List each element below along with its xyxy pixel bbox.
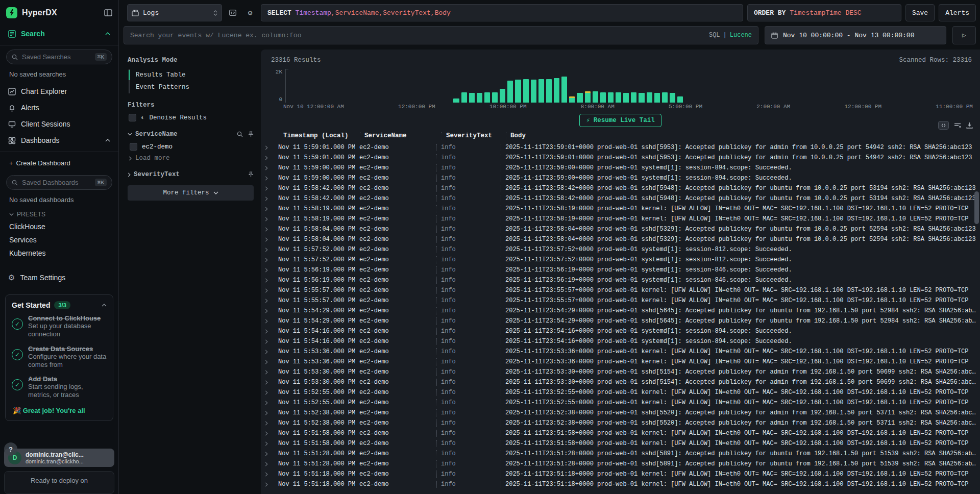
- table-row[interactable]: Nov 11 5:52:55.000 PM ec2-demo info 2025…: [261, 398, 980, 408]
- chevron-up-icon[interactable]: [105, 32, 110, 35]
- table-row[interactable]: Nov 11 5:51:58.000 PM ec2-demo info 2025…: [261, 428, 980, 438]
- col-body[interactable]: Body: [506, 132, 980, 139]
- denoise-checkbox[interactable]: [129, 114, 136, 121]
- table-row[interactable]: Nov 11 5:52:38.000 PM ec2-demo info 2025…: [261, 418, 980, 428]
- col-servicename[interactable]: ServiceName: [360, 132, 442, 139]
- sidebar-item-team-settings[interactable]: ⚙ Team Settings: [5, 269, 113, 286]
- table-row[interactable]: Nov 11 5:51:18.000 PM ec2-demo info 2025…: [261, 479, 980, 489]
- table-row[interactable]: Nov 11 5:59:00.000 PM ec2-demo info 2025…: [261, 163, 980, 173]
- table-row[interactable]: Nov 11 5:53:36.000 PM ec2-demo info 2025…: [261, 347, 980, 357]
- facet-option-ec2-demo[interactable]: ec2-demo: [130, 143, 254, 151]
- histogram-bar[interactable]: [608, 92, 614, 103]
- histogram-bar[interactable]: [577, 93, 582, 103]
- histogram-bar[interactable]: [654, 93, 660, 103]
- preset-services[interactable]: Services: [5, 233, 113, 246]
- histogram-bar[interactable]: [469, 93, 475, 103]
- table-row[interactable]: Nov 11 5:52:38.000 PM ec2-demo info 2025…: [261, 408, 980, 418]
- table-row[interactable]: Nov 11 5:58:19.000 PM ec2-demo info 2025…: [261, 204, 980, 214]
- histogram-bar[interactable]: [477, 93, 482, 103]
- row-expand-chevron[interactable]: [261, 472, 274, 477]
- row-expand-chevron[interactable]: [261, 370, 274, 375]
- histogram-bar[interactable]: [600, 92, 606, 103]
- preset-kubernetes[interactable]: Kubernetes: [5, 246, 113, 260]
- table-row[interactable]: Nov 11 5:58:42.000 PM ec2-demo info 2025…: [261, 193, 980, 204]
- row-expand-chevron[interactable]: [261, 350, 274, 354]
- select-query-input[interactable]: SELECT Timestamp ,ServiceName,SeverityTe…: [261, 4, 743, 21]
- table-row[interactable]: Nov 11 5:59:01.000 PM ec2-demo info 2025…: [261, 142, 980, 153]
- table-row[interactable]: Nov 11 5:57:52.000 PM ec2-demo info 2025…: [261, 244, 980, 255]
- code-toggle-icon[interactable]: [226, 6, 239, 19]
- sidebar-item-search[interactable]: Search: [5, 26, 113, 42]
- histogram-bar[interactable]: [554, 78, 559, 103]
- resume-live-tail-button[interactable]: ⚡ Resume Live Tail: [579, 114, 662, 127]
- column-settings-icon[interactable]: [954, 122, 961, 129]
- row-expand-chevron[interactable]: [261, 390, 274, 395]
- row-expand-chevron[interactable]: [261, 156, 274, 160]
- sidebar-collapse-icon[interactable]: [104, 9, 112, 16]
- table-row[interactable]: Nov 11 5:52:55.000 PM ec2-demo info 2025…: [261, 387, 980, 398]
- histogram-bar[interactable]: [631, 92, 636, 103]
- denoise-results-option[interactable]: ◐ Denoise Results: [129, 114, 254, 121]
- row-expand-chevron[interactable]: [261, 176, 274, 181]
- facet-checkbox[interactable]: [130, 143, 137, 151]
- chevron-up-icon[interactable]: [105, 139, 110, 142]
- table-row[interactable]: Nov 11 5:56:19.000 PM ec2-demo info 2025…: [261, 265, 980, 275]
- pin-icon[interactable]: [248, 171, 254, 178]
- facet-severitytext-header[interactable]: SeverityText: [128, 171, 254, 178]
- expand-code-icon[interactable]: [938, 121, 949, 130]
- row-expand-chevron[interactable]: [261, 411, 274, 415]
- row-expand-chevron[interactable]: [261, 237, 274, 242]
- get-started-item[interactable]: ✓ Connect to ClickHouse Set up your data…: [12, 314, 107, 339]
- table-row[interactable]: Nov 11 5:54:29.000 PM ec2-demo info 2025…: [261, 316, 980, 326]
- row-expand-chevron[interactable]: [261, 360, 274, 364]
- histogram-bar[interactable]: [531, 80, 536, 103]
- table-row[interactable]: Nov 11 5:58:19.000 PM ec2-demo info 2025…: [261, 214, 980, 224]
- histogram-bar[interactable]: [492, 92, 498, 103]
- row-expand-chevron[interactable]: [261, 248, 274, 252]
- mode-results-table[interactable]: Results Table: [130, 69, 254, 81]
- table-row[interactable]: Nov 11 5:59:01.000 PM ec2-demo info 2025…: [261, 153, 980, 163]
- time-range-picker[interactable]: Nov 10 00:00:00 - Nov 13 00:00:00: [765, 26, 946, 44]
- row-expand-chevron[interactable]: [261, 166, 274, 170]
- histogram-bar[interactable]: [453, 98, 459, 103]
- table-row[interactable]: Nov 11 5:55:57.000 PM ec2-demo info 2025…: [261, 295, 980, 306]
- row-expand-chevron[interactable]: [261, 431, 274, 436]
- row-expand-chevron[interactable]: [261, 462, 274, 466]
- chevron-up-icon[interactable]: [102, 304, 107, 307]
- table-row[interactable]: Nov 11 5:56:19.000 PM ec2-demo info 2025…: [261, 275, 980, 285]
- alerts-button[interactable]: Alerts: [939, 4, 976, 21]
- histogram-bar[interactable]: [523, 79, 529, 103]
- row-expand-chevron[interactable]: [261, 339, 274, 344]
- row-expand-chevron[interactable]: [261, 196, 274, 201]
- table-row[interactable]: Nov 11 5:58:04.000 PM ec2-demo info 2025…: [261, 234, 980, 244]
- row-expand-chevron[interactable]: [261, 186, 274, 191]
- table-row[interactable]: Nov 11 5:57:52.000 PM ec2-demo info 2025…: [261, 255, 980, 265]
- order-by-input[interactable]: ORDER BY TimestampTime DESC: [747, 4, 901, 21]
- gear-icon[interactable]: ⚙: [243, 6, 257, 19]
- histogram-bar[interactable]: [507, 81, 513, 103]
- col-timestamp[interactable]: Timestamp (Local): [279, 132, 360, 139]
- histogram-bar[interactable]: [662, 92, 668, 103]
- sql-mode-toggle[interactable]: SQL: [709, 32, 720, 39]
- col-severitytext[interactable]: SeverityText: [442, 132, 506, 139]
- download-icon[interactable]: [966, 122, 973, 129]
- histogram-bar[interactable]: [593, 91, 598, 103]
- facet-servicename-header[interactable]: ServiceName: [128, 131, 254, 138]
- histogram-bar[interactable]: [670, 93, 675, 103]
- row-expand-chevron[interactable]: [261, 288, 274, 293]
- row-expand-chevron[interactable]: [261, 452, 274, 456]
- lucene-mode-toggle[interactable]: Lucene: [730, 32, 752, 39]
- saved-searches-input[interactable]: Saved Searches ⌘K: [6, 50, 112, 64]
- sidebar-item-client-sessions[interactable]: Client Sessions: [5, 116, 113, 132]
- histogram-bar[interactable]: [616, 92, 621, 103]
- histogram-bar[interactable]: [500, 89, 505, 103]
- table-row[interactable]: Nov 11 5:53:30.000 PM ec2-demo info 2025…: [261, 377, 980, 387]
- histogram-bar[interactable]: [561, 77, 567, 103]
- load-more-button[interactable]: Load more: [129, 155, 254, 162]
- table-row[interactable]: Nov 11 5:51:28.000 PM ec2-demo info 2025…: [261, 459, 980, 469]
- row-expand-chevron[interactable]: [261, 299, 274, 303]
- row-expand-chevron[interactable]: [261, 227, 274, 232]
- histogram-bar[interactable]: [484, 92, 490, 103]
- row-expand-chevron[interactable]: [261, 482, 274, 487]
- table-row[interactable]: Nov 11 5:54:16.000 PM ec2-demo info 2025…: [261, 326, 980, 336]
